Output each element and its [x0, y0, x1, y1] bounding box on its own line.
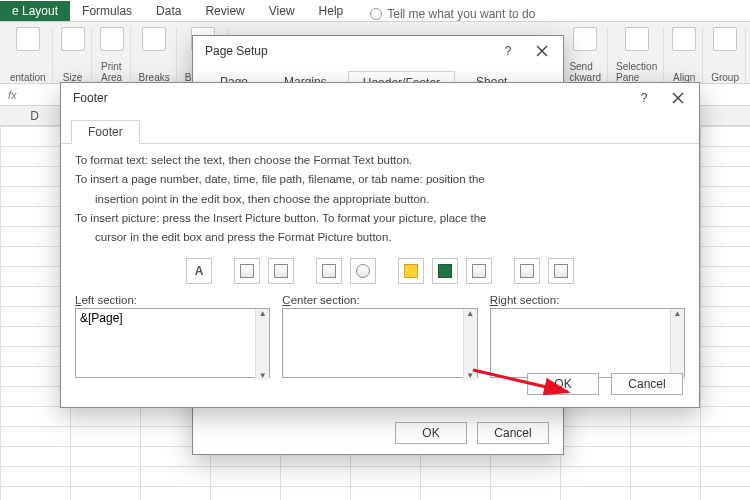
time-icon — [356, 264, 370, 278]
insert-file-name-button[interactable] — [432, 258, 458, 284]
page-setup-cancel[interactable]: Cancel — [477, 422, 549, 444]
insert-time-button[interactable] — [350, 258, 376, 284]
page-setup-help[interactable]: ? — [493, 39, 523, 63]
footer-dialog-title: Footer — [73, 91, 108, 105]
footer-instructions: To format text: select the text, then ch… — [61, 144, 699, 252]
left-section-input[interactable] — [75, 308, 270, 378]
insert-picture-button[interactable] — [514, 258, 540, 284]
format-picture-button[interactable] — [548, 258, 574, 284]
left-section-label: Left section: — [75, 294, 270, 306]
insert-page-number-button[interactable] — [234, 258, 260, 284]
footer-dialog-close[interactable] — [663, 86, 693, 110]
pages-icon — [274, 264, 288, 278]
center-section-label: Center section: — [282, 294, 477, 306]
selection-pane-label: Selection Pane — [616, 61, 657, 83]
group-label: Group — [711, 72, 739, 83]
group-button[interactable]: Group — [705, 27, 746, 83]
fx-label: fx — [8, 89, 17, 101]
center-section-input[interactable] — [282, 308, 477, 378]
format-picture-icon — [554, 264, 568, 278]
insert-pages-button[interactable] — [268, 258, 294, 284]
send-backward-label: Send ckward — [569, 61, 601, 83]
insert-file-path-button[interactable] — [398, 258, 424, 284]
size-icon — [61, 27, 85, 51]
footer-tab[interactable]: Footer — [71, 120, 140, 144]
footer-dialog-help[interactable]: ? — [629, 86, 659, 110]
footer-toolbar: A — [61, 252, 699, 294]
print-area-icon — [100, 27, 124, 51]
right-section-label: Right section: — [490, 294, 685, 306]
page-setup-ok[interactable]: OK — [395, 422, 467, 444]
footer-ok-button[interactable]: OK — [527, 373, 599, 395]
selection-pane-button[interactable]: Selection Pane — [610, 27, 664, 83]
right-scrollbar[interactable]: ▲▼ — [670, 309, 684, 380]
page-number-icon — [240, 264, 254, 278]
group-icon — [713, 27, 737, 51]
size-label: Size — [63, 72, 82, 83]
tab-view[interactable]: View — [257, 1, 307, 21]
left-scrollbar[interactable]: ▲▼ — [255, 309, 269, 380]
right-section-input[interactable] — [490, 308, 685, 378]
breaks-icon — [142, 27, 166, 51]
align-icon — [672, 27, 696, 51]
tell-me[interactable]: Tell me what you want to do — [370, 7, 535, 21]
print-area-button[interactable]: Print Area — [94, 27, 131, 83]
orientation-icon — [16, 27, 40, 51]
date-icon — [322, 264, 336, 278]
print-area-label: Print Area — [101, 61, 122, 83]
footer-cancel-button[interactable]: Cancel — [611, 373, 683, 395]
lightbulb-icon — [370, 8, 382, 20]
sheet-name-icon — [472, 264, 486, 278]
orientation-label: entation — [10, 72, 46, 83]
breaks-label: Breaks — [139, 72, 170, 83]
tab-data[interactable]: Data — [144, 1, 193, 21]
page-setup-title: Page Setup — [205, 44, 268, 58]
selection-pane-icon — [625, 27, 649, 51]
format-text-button[interactable]: A — [186, 258, 212, 284]
insert-sheet-name-button[interactable] — [466, 258, 492, 284]
insert-date-button[interactable] — [316, 258, 342, 284]
file-path-icon — [404, 264, 418, 278]
page-setup-close[interactable] — [527, 39, 557, 63]
align-button[interactable]: Align — [666, 27, 703, 83]
tell-me-label: Tell me what you want to do — [387, 7, 535, 21]
tab-help[interactable]: Help — [307, 1, 356, 21]
footer-dialog: Footer ? Footer To format text: select t… — [60, 82, 700, 408]
send-backward-icon — [573, 27, 597, 51]
ribbon-tab-strip: e Layout Formulas Data Review View Help … — [0, 0, 750, 22]
tab-page-layout[interactable]: e Layout — [0, 1, 70, 21]
tab-formulas[interactable]: Formulas — [70, 1, 144, 21]
orientation-button[interactable]: entation — [4, 27, 53, 83]
align-label: Align — [673, 72, 695, 83]
send-backward-button[interactable]: Send ckward — [563, 27, 608, 83]
file-name-icon — [438, 264, 452, 278]
tab-review[interactable]: Review — [193, 1, 256, 21]
picture-icon — [520, 264, 534, 278]
center-scrollbar[interactable]: ▲▼ — [463, 309, 477, 380]
breaks-button[interactable]: Breaks — [133, 27, 177, 83]
size-button[interactable]: Size — [55, 27, 92, 83]
